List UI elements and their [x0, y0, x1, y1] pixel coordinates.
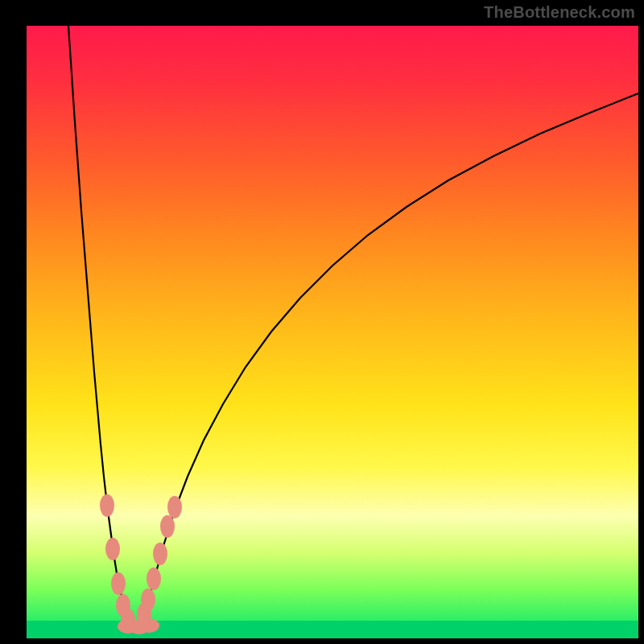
- curve-left-branch: [68, 26, 131, 625]
- bead-right-1: [141, 588, 155, 611]
- bead-right-3: [153, 543, 167, 565]
- bead-right-4: [160, 515, 175, 538]
- bead-left-1: [105, 538, 120, 560]
- bead-left-0: [100, 494, 114, 517]
- chart-svg: [0, 0, 644, 644]
- bead-right-5: [167, 496, 182, 518]
- chart-frame: TheBottleneck.com: [0, 0, 644, 644]
- bead-left-2: [111, 572, 126, 595]
- curve-right-branch: [141, 93, 638, 623]
- bead-bottom-2: [138, 618, 159, 633]
- bead-right-2: [147, 568, 161, 590]
